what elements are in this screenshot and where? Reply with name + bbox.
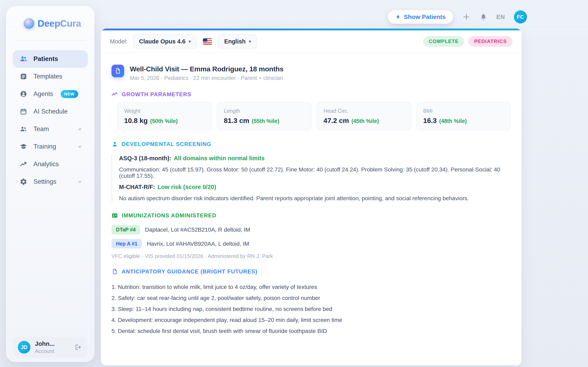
immunization-card-icon xyxy=(112,212,118,219)
account-caption: Account xyxy=(35,348,55,354)
section-growth-parameters: GROWTH PARAMETERS xyxy=(112,91,511,98)
templates-icon xyxy=(20,73,27,80)
growth-card-weight: Weight 10.8 kg (50th %ile) xyxy=(117,102,212,130)
growth-percentile: (45th %ile) xyxy=(351,118,379,124)
vaccine-tag: Hep A #1 xyxy=(112,239,142,249)
guidance-list: 1. Nutrition: transition to whole milk, … xyxy=(112,284,511,334)
gear-icon xyxy=(20,178,27,185)
document-icon xyxy=(112,65,124,77)
status-badge-pediatrics: PEDIATRICS xyxy=(468,36,512,47)
sidebar-item-label: Analytics xyxy=(34,160,59,168)
sidebar-item-ai-schedule[interactable]: AI Schedule xyxy=(13,103,88,120)
growth-value: 47.2 cm xyxy=(324,117,349,125)
person-circle-icon xyxy=(20,90,27,98)
sidebar-item-analytics[interactable]: Analytics xyxy=(13,155,88,173)
plus-icon[interactable] xyxy=(462,13,471,21)
sidebar-item-settings[interactable]: Settings xyxy=(13,173,88,191)
chevron-down-icon xyxy=(77,143,83,150)
people-icon xyxy=(20,55,27,63)
model-select[interactable]: Claude Opus 4.6 ▾ xyxy=(133,34,197,49)
bolt-icon xyxy=(395,14,401,20)
immunization-footnote: VFC eligible · VIS provided 01/15/2026 ·… xyxy=(112,253,511,259)
top-bar: Show Patients EN FC xyxy=(388,10,527,24)
visit-meta: Mar 5, 2026 · Pediatrics · 22 min encoun… xyxy=(130,75,284,81)
immunization-rows: DTaP #4 Daptacel, Lot #AC52B210A, R delt… xyxy=(112,225,511,259)
account-card[interactable]: JD John... Account xyxy=(14,337,87,358)
model-toolbar: Model: Claude Opus 4.6 ▾ English ▾ COMPL… xyxy=(101,30,521,53)
main-content-card: Model: Claude Opus 4.6 ▾ English ▾ COMPL… xyxy=(101,29,521,365)
status-badge-complete: COMPLETE xyxy=(423,36,464,47)
baby-icon xyxy=(112,141,118,147)
file-icon xyxy=(112,268,118,275)
vaccine-detail: Daptacel, Lot #AC52B210A, R deltoid, IM xyxy=(145,226,250,233)
growth-percentile: (50th %ile) xyxy=(150,118,178,124)
zigzag-trend-icon xyxy=(112,91,118,98)
note-content: Well-Child Visit — Emma Rodriguez, 18 mo… xyxy=(101,65,521,334)
accent-gradient-bar xyxy=(101,29,521,30)
sidebar-item-label: Training xyxy=(34,143,56,150)
sidebar-item-patients[interactable]: Patients xyxy=(13,50,88,68)
section-anticipatory-guidance: ANTICIPATORY GUIDANCE (BRIGHT FUTURES) xyxy=(112,268,511,275)
language-toggle[interactable]: EN xyxy=(496,13,505,20)
calendar-icon xyxy=(20,108,27,115)
sidebar-item-label: Settings xyxy=(34,178,56,185)
language-select[interactable]: English ▾ xyxy=(218,34,257,49)
show-patients-label: Show Patients xyxy=(404,13,446,20)
growth-card-bmi: BMI 16.3 (48th %ile) xyxy=(416,102,511,130)
model-select-value: Claude Opus 4.6 xyxy=(139,38,185,45)
growth-cards: Weight 10.8 kg (50th %ile) Length 81.3 c… xyxy=(117,102,511,130)
guidance-item: 2. Safety: car seat rear-facing until ag… xyxy=(112,295,511,301)
vaccine-detail: Havrix, Lot #AHAVB920AA, L deltoid, IM xyxy=(147,241,249,247)
asq-detail-line: Communication: 45 (cutoff 15.97). Gross … xyxy=(119,167,511,179)
growth-value: 16.3 xyxy=(423,117,437,125)
bell-icon[interactable] xyxy=(480,13,487,21)
language-select-value: English xyxy=(224,38,246,45)
screening-block: ASQ-3 (18-month):All domains within norm… xyxy=(112,154,511,202)
us-flag-icon xyxy=(203,38,212,45)
growth-card-head-circ: Head Circ. 47.2 cm (45th %ile) xyxy=(317,102,411,130)
trend-line-icon xyxy=(20,160,27,168)
caret-down-icon: ▾ xyxy=(189,39,191,44)
growth-value: 81.3 cm xyxy=(224,117,249,125)
chevron-down-icon xyxy=(77,126,83,132)
sidebar-item-label: Patients xyxy=(34,55,58,63)
sidebar-item-training[interactable]: Training xyxy=(13,138,88,155)
graduation-cap-icon xyxy=(20,143,27,150)
chevron-down-icon xyxy=(77,179,83,185)
new-badge: NEW xyxy=(61,90,78,98)
status-badges: COMPLETE PEDIATRICS xyxy=(423,36,512,47)
team-icon xyxy=(20,125,27,133)
guidance-item: 3. Sleep: 11–14 hours including nap, con… xyxy=(112,306,511,312)
patient-header: Well-Child Visit — Emma Rodriguez, 18 mo… xyxy=(112,65,511,81)
caret-down-icon: ▾ xyxy=(249,39,251,44)
vaccine-tag: DTaP #4 xyxy=(112,225,140,234)
app-title: DeepCura xyxy=(38,18,81,29)
immunization-row: DTaP #4 Daptacel, Lot #AC52B210A, R delt… xyxy=(112,225,511,234)
account-name: John... xyxy=(35,340,55,347)
sidebar-item-team[interactable]: Team xyxy=(13,120,88,138)
sidebar-nav: Patients Templates Agents NEW AI Schedul… xyxy=(7,50,94,191)
logout-icon[interactable] xyxy=(75,343,82,351)
section-immunizations: IMMUNIZATIONS ADMINISTERED xyxy=(112,212,511,219)
growth-card-length: Length 81.3 cm (55th %ile) xyxy=(217,102,311,130)
show-patients-button[interactable]: Show Patients xyxy=(388,10,453,24)
divider xyxy=(15,40,86,41)
sidebar-item-label: Templates xyxy=(34,73,62,80)
user-avatar[interactable]: FC xyxy=(514,10,527,24)
model-label: Model: xyxy=(110,38,128,45)
guidance-item: 1. Nutrition: transition to whole milk, … xyxy=(112,284,511,290)
growth-percentile: (48th %ile) xyxy=(439,118,467,124)
growth-percentile: (55th %ile) xyxy=(252,118,279,124)
mchat-result-line: M-CHAT-R/F:Low risk (score 0/20) xyxy=(119,184,511,191)
logo-sphere-icon xyxy=(24,18,34,29)
app-logo: DeepCura xyxy=(7,7,94,29)
guidance-item: 5. Dental: schedule first dental visit, … xyxy=(112,328,511,334)
sidebar-item-templates[interactable]: Templates xyxy=(13,68,88,85)
immunization-row: Hep A #1 Havrix, Lot #AHAVB920AA, L delt… xyxy=(112,239,511,249)
sidebar-item-label: AI Schedule xyxy=(34,108,68,115)
section-developmental-screening: DEVELOPMENTAL SCREENING xyxy=(112,141,511,147)
sidebar-item-agents[interactable]: Agents NEW xyxy=(13,85,88,103)
growth-value: 10.8 kg xyxy=(124,117,148,125)
asq-result-line: ASQ-3 (18-month):All domains within norm… xyxy=(119,155,511,162)
sidebar-item-label: Team xyxy=(34,125,49,133)
